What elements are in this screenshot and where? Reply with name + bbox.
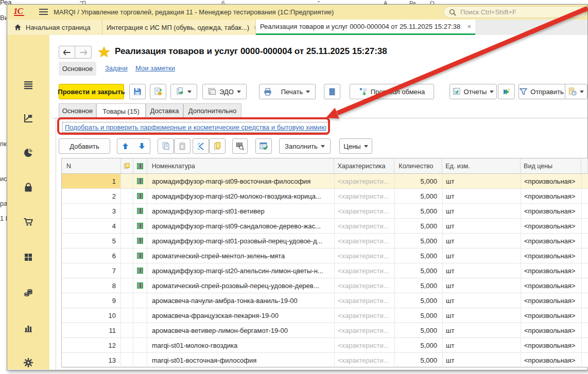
cell-unit[interactable]: шт: [443, 204, 521, 218]
nav-tasks-link[interactable]: Задачи: [105, 64, 128, 72]
check-table-button[interactable]: [255, 138, 272, 154]
warehouse-tiles-icon[interactable]: [23, 252, 33, 262]
table-row[interactable]: 3аромадиффузор-marqi-st01-ветивер<характ…: [62, 204, 588, 219]
cell-b[interactable]: [133, 204, 147, 218]
cell-b[interactable]: [133, 278, 147, 293]
move-up-button[interactable]: [117, 138, 134, 154]
menu-list-icon[interactable]: [23, 80, 33, 90]
table-header[interactable]: N Номенклатура Характеристика Количество…: [62, 158, 588, 174]
col-marking[interactable]: [133, 158, 147, 173]
table-row[interactable]: 11аромасвеча-ветивер-лимон-бергамот-19-0…: [62, 323, 588, 338]
cell-price[interactable]: <произвольная>: [521, 204, 582, 218]
cell-qty[interactable]: 5,000: [395, 338, 443, 352]
search-input[interactable]: [459, 8, 575, 16]
tab-sales-document[interactable]: Реализация товаров и услуг 0000-000004 о…: [256, 20, 475, 35]
cell-unit[interactable]: шт: [443, 234, 521, 248]
col-quantity[interactable]: Количество: [394, 158, 442, 173]
cell-name[interactable]: аромадиффузор-marqi-st09-восточная-филос…: [147, 174, 335, 188]
cell-n[interactable]: 8: [62, 278, 121, 293]
cell-qty[interactable]: 5,000: [395, 323, 443, 337]
print-button[interactable]: Печать: [276, 84, 316, 99]
cell-char[interactable]: <характеристи...: [335, 248, 395, 263]
purchases-bag-icon[interactable]: [23, 183, 33, 193]
cell-sp[interactable]: [582, 323, 588, 337]
copy-special-button[interactable]: [209, 138, 226, 154]
cell-f[interactable]: [121, 234, 133, 248]
tab-integration[interactable]: Интеграция с ИС МП (обувь, одежда, табак…: [102, 20, 256, 35]
cell-unit[interactable]: шт: [443, 174, 521, 188]
post-document-button[interactable]: [150, 84, 166, 99]
close-icon[interactable]: ×: [467, 23, 471, 30]
cell-name[interactable]: marqi-st01-восточная-философия: [147, 353, 335, 367]
fill-button[interactable]: Заполнить: [279, 138, 331, 154]
cell-char[interactable]: <характеристи...: [335, 278, 395, 293]
cell-qty[interactable]: 5,000: [395, 308, 443, 323]
pie-chart-icon[interactable]: [23, 148, 33, 158]
reports-button[interactable]: Отчеты: [449, 84, 497, 99]
cell-b[interactable]: [133, 323, 147, 337]
cell-name[interactable]: аромадиффузор-marqi-st01-ветивер: [147, 204, 335, 218]
cell-qty[interactable]: 5,000: [395, 263, 443, 278]
cell-qty[interactable]: 5,000: [395, 204, 443, 218]
register-records-button[interactable]: [324, 84, 340, 99]
deferred-tasks-button[interactable]: [565, 84, 587, 99]
cell-b[interactable]: [133, 174, 147, 188]
back-button[interactable]: [59, 46, 75, 59]
cell-name[interactable]: аромадиффузор-marqi-st09-сандаловое-дере…: [147, 219, 335, 233]
cell-n[interactable]: 6: [62, 248, 121, 263]
cell-name[interactable]: аромасвеча-французская-пекарня-19-00: [147, 308, 335, 323]
cell-qty[interactable]: 5,000: [395, 293, 443, 308]
cell-n[interactable]: 5: [62, 234, 121, 248]
create-based-on-button[interactable]: [170, 84, 197, 99]
table-row[interactable]: 8ароматический-спрей-розовый-перец-удово…: [62, 278, 588, 293]
cell-char[interactable]: <характеристи...: [335, 234, 395, 248]
cell-price[interactable]: <произвольная>: [521, 308, 582, 323]
tab-additional[interactable]: Дополнительно: [183, 103, 241, 118]
col-n[interactable]: N: [62, 158, 121, 173]
cell-name[interactable]: ароматический-спрей-розовый-перец-удовое…: [147, 278, 335, 293]
analytics-bars-icon[interactable]: [23, 323, 33, 333]
cell-name[interactable]: аромасвеча-ветивер-лимон-бергамот-19-00: [147, 323, 335, 337]
cell-unit[interactable]: шт: [443, 353, 521, 367]
col-characteristic[interactable]: Характеристика: [334, 158, 394, 173]
cell-f[interactable]: [121, 204, 133, 218]
cell-b[interactable]: [133, 338, 147, 352]
picker-link[interactable]: Подобрать и проверить парфюмерные и косм…: [62, 122, 329, 133]
cell-unit[interactable]: шт: [443, 219, 521, 233]
cell-char[interactable]: <характеристи...: [335, 204, 395, 218]
cell-unit[interactable]: шт: [443, 278, 521, 293]
move-down-button[interactable]: [133, 138, 150, 154]
cell-sp[interactable]: [582, 174, 588, 188]
cell-price[interactable]: <произвольная>: [521, 189, 582, 203]
cell-sp[interactable]: [582, 353, 588, 367]
cell-name[interactable]: marqi-st01-молоко-гвоздика: [147, 338, 335, 352]
cell-unit[interactable]: шт: [443, 338, 521, 352]
cell-price[interactable]: <произвольная>: [521, 219, 582, 233]
cell-sp[interactable]: [582, 248, 588, 263]
table-row[interactable]: 7аромадиффузор-marqi-st20-апельсин-лимон…: [62, 263, 588, 278]
cell-qty[interactable]: 5,000: [395, 189, 443, 203]
cell-price[interactable]: <произвольная>: [521, 338, 582, 352]
paste-row-button[interactable]: [174, 138, 191, 154]
tab-home[interactable]: Начальная страница: [10, 20, 102, 35]
copy-row-button[interactable]: [158, 138, 174, 154]
cell-f[interactable]: [121, 293, 133, 308]
main-menu-icon[interactable]: [39, 9, 48, 15]
cell-unit[interactable]: шт: [443, 323, 521, 337]
cell-sp[interactable]: [582, 338, 588, 352]
cell-n[interactable]: 13: [62, 353, 121, 367]
table-row[interactable]: 10аромасвеча-французская-пекарня-19-00<х…: [62, 308, 588, 323]
save-button[interactable]: [129, 84, 146, 99]
cell-price[interactable]: <произвольная>: [521, 174, 582, 188]
cell-sp[interactable]: [582, 189, 588, 203]
cell-name[interactable]: аромасвеча-пачули-амбра-тонка-ваниль-19-…: [147, 293, 335, 308]
cell-char[interactable]: <характеристи...: [335, 263, 395, 278]
cell-price[interactable]: <произвольная>: [521, 323, 582, 337]
table-row[interactable]: 2аромадиффузор-marqi-st20-молоко-гвоздик…: [62, 189, 588, 204]
cell-f[interactable]: [121, 248, 133, 263]
cell-f[interactable]: [121, 189, 133, 203]
post-and-close-button[interactable]: Провести и закрыть: [59, 84, 124, 99]
cell-n[interactable]: 12: [62, 338, 121, 352]
cell-sp[interactable]: [582, 278, 588, 293]
settings-gear-icon[interactable]: [23, 358, 33, 368]
